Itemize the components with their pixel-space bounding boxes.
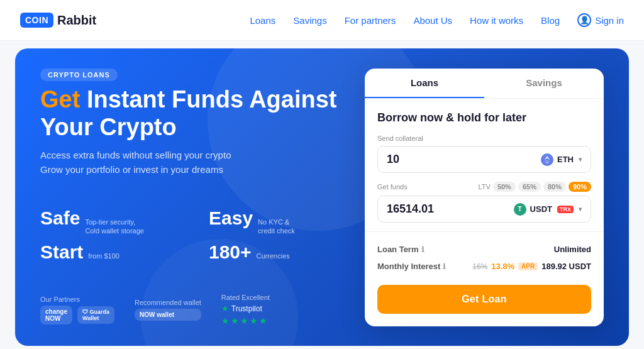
star-4: ★ xyxy=(250,316,258,326)
loan-term-row: Loan Term ℹ Unlimited xyxy=(377,241,591,258)
signin-button[interactable]: 👤 Sign in xyxy=(577,13,624,27)
rating-label: Rated Excellent xyxy=(221,294,270,301)
feature-easy: Easy No KYC &credit check xyxy=(209,208,365,236)
nav-about[interactable]: About Us xyxy=(413,15,452,26)
hero-left: CRYPTO LOANS Get Instant Funds Against Y… xyxy=(40,69,365,326)
partners-group: Our Partners changeNOW 🛡 GuardaWallet xyxy=(40,296,114,324)
main-nav: Loans Savings For partners About Us How … xyxy=(250,13,624,27)
hero-title: Get Instant Funds Against Your Crypto xyxy=(40,86,365,141)
partners-label: Our Partners xyxy=(40,296,114,303)
old-rate: 16% xyxy=(472,262,487,271)
eth-icon xyxy=(541,153,553,166)
rating-group: Rated Excellent ★ Trustpilot ★ ★ ★ ★ ★ xyxy=(221,294,270,326)
loan-term-label: Loan Term ℹ xyxy=(377,245,425,254)
interest-value: 189.92 USDT xyxy=(541,262,591,271)
apr-badge: APR xyxy=(518,262,538,270)
funds-label-row: Get funds LTV 50% 65% 80% 90% xyxy=(377,182,591,192)
usdt-chevron: ▾ xyxy=(579,206,582,213)
ltv-label: LTV xyxy=(479,183,491,191)
collateral-label: Send collateral xyxy=(377,135,591,142)
ltv-90[interactable]: 90% xyxy=(569,182,591,192)
partner-logos: changeNOW 🛡 GuardaWallet xyxy=(40,306,114,324)
feature-safe-desc: Top-tier security,Cold wallet storage xyxy=(85,218,144,236)
trustpilot-stars: ★ ★ ★ ★ ★ xyxy=(221,316,270,326)
features-grid: Safe Top-tier security,Cold wallet stora… xyxy=(40,208,365,263)
wallet-group: Recommended wallet NOW wallet xyxy=(135,299,201,321)
feature-start-title: Start xyxy=(40,241,83,263)
feature-safe-title: Safe xyxy=(40,208,80,229)
loan-details: Loan Term ℹ Unlimited Monthly Interest ℹ… xyxy=(377,241,591,275)
tab-loans[interactable]: Loans xyxy=(365,69,484,98)
funds-label-text: Get funds xyxy=(377,183,408,191)
trustpilot-icon: ★ xyxy=(221,304,229,313)
collateral-label-text: Send collateral xyxy=(377,135,423,142)
feature-start: Start from $100 xyxy=(40,241,196,263)
new-rate: 13.8% xyxy=(491,262,514,271)
get-loan-button[interactable]: Get Loan xyxy=(377,285,591,314)
svg-point-0 xyxy=(541,153,553,166)
monthly-interest-info-icon: ℹ xyxy=(443,262,446,271)
monthly-interest-label: Monthly Interest ℹ xyxy=(377,262,446,271)
partners-row: Our Partners changeNOW 🛡 GuardaWallet Re… xyxy=(40,294,365,326)
feature-currencies-count: 180+ xyxy=(209,241,252,263)
hero-title-rest: Instant Funds Against Your Crypto xyxy=(40,86,337,140)
loan-term-label-text: Loan Term xyxy=(377,245,419,254)
ltv-pills: LTV 50% 65% 80% 90% xyxy=(479,182,591,192)
hero-subtitle: Access extra funds without selling your … xyxy=(40,148,365,177)
crypto-badge: CRYPTO LOANS xyxy=(40,69,118,81)
trustpilot-label: ★ Trustpilot xyxy=(221,304,270,313)
nav-partners[interactable]: For partners xyxy=(345,15,396,26)
ltv-50[interactable]: 50% xyxy=(493,182,516,192)
signin-icon: 👤 xyxy=(577,13,591,27)
header: COIN Rabbit Loans Savings For partners A… xyxy=(0,0,644,41)
signin-label: Sign in xyxy=(595,15,624,26)
collateral-input-row[interactable]: 10 ETH ▾ xyxy=(377,146,591,173)
usdt-label: USDT xyxy=(530,204,552,214)
ltv-80[interactable]: 80% xyxy=(543,182,566,192)
loan-card-container: Loans Savings Borrow now & hold for late… xyxy=(365,69,604,326)
hero-section: CRYPTO LOANS Get Instant Funds Against Y… xyxy=(15,48,629,346)
eth-currency-select[interactable]: ETH ▾ xyxy=(541,153,582,166)
hero-subtitle-line1: Access extra funds without selling your … xyxy=(40,150,231,160)
star-5: ★ xyxy=(259,316,267,326)
wallet-label: Recommended wallet xyxy=(135,299,201,306)
nav-loans[interactable]: Loans xyxy=(250,15,275,26)
feature-easy-title: Easy xyxy=(209,208,253,229)
funds-value: 16514.01 xyxy=(387,202,434,216)
star-3: ★ xyxy=(240,316,248,326)
usdt-icon: T xyxy=(514,203,526,216)
interest-values: 16% 13.8% APR 189.92 USDT xyxy=(472,262,591,271)
eth-chevron: ▾ xyxy=(579,156,582,163)
logo-rabbit: Rabbit xyxy=(57,13,96,28)
usdt-currency-select[interactable]: T USDT TRX ▾ xyxy=(514,203,582,216)
loan-card: Loans Savings Borrow now & hold for late… xyxy=(365,69,604,326)
eth-label: ETH xyxy=(557,155,574,164)
feature-currencies-desc: Currencies xyxy=(257,252,290,260)
nav-how-it-works[interactable]: How it works xyxy=(470,15,523,26)
guarda-logo: 🛡 GuardaWallet xyxy=(77,306,114,324)
ltv-65[interactable]: 65% xyxy=(518,182,541,192)
card-title: Borrow now & hold for later xyxy=(377,111,591,125)
collateral-value: 10 xyxy=(387,153,399,166)
feature-easy-desc: No KYC &credit check xyxy=(258,218,295,236)
logo: COIN Rabbit xyxy=(20,13,96,28)
feature-start-desc: from $100 xyxy=(88,252,119,260)
nav-blog[interactable]: Blog xyxy=(541,15,560,26)
divider xyxy=(365,231,604,232)
hero-subtitle-line2: Grow your portfolio or invest in your dr… xyxy=(40,164,223,175)
nav-savings[interactable]: Savings xyxy=(293,15,326,26)
feature-currencies: 180+ Currencies xyxy=(209,241,365,263)
feature-safe: Safe Top-tier security,Cold wallet stora… xyxy=(40,208,196,236)
logo-coin: COIN xyxy=(20,13,53,28)
card-tabs: Loans Savings xyxy=(365,69,604,99)
loan-term-info-icon: ℹ xyxy=(421,245,425,254)
hero-title-get: Get xyxy=(40,86,80,113)
tab-savings[interactable]: Savings xyxy=(484,69,604,98)
star-2: ★ xyxy=(231,316,239,326)
trustpilot-name: Trustpilot xyxy=(231,304,262,313)
funds-input-row[interactable]: 16514.01 T USDT TRX ▾ xyxy=(377,196,591,223)
trx-badge: TRX xyxy=(557,206,574,213)
changenow-logo: changeNOW xyxy=(40,306,72,324)
card-body: Borrow now & hold for later Send collate… xyxy=(365,99,604,326)
monthly-interest-row: Monthly Interest ℹ 16% 13.8% APR 189.92 … xyxy=(377,258,591,275)
